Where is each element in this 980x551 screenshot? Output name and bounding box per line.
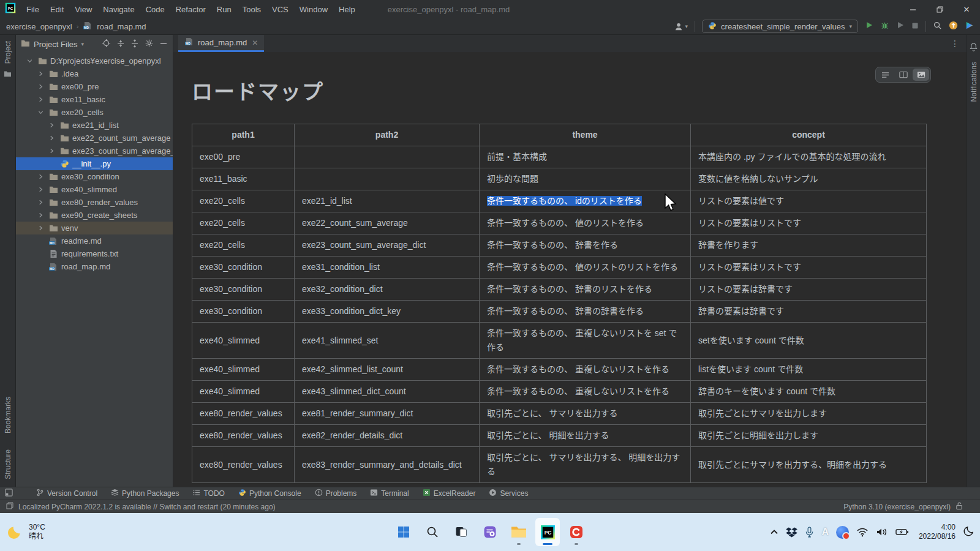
- update-available-icon[interactable]: [949, 21, 958, 32]
- menu-window[interactable]: Window: [294, 3, 333, 16]
- tool-window-version-control[interactable]: Version Control: [36, 489, 97, 498]
- chevron-right-icon[interactable]: [36, 70, 45, 77]
- cell-r3-c1[interactable]: exe22_count_sum_average: [295, 212, 480, 234]
- hide-icon[interactable]: [159, 39, 168, 50]
- cell-r13-c1[interactable]: exe83_render_summary_and_details_dict: [295, 447, 480, 483]
- project-stripe-icon[interactable]: [4, 69, 12, 80]
- tree-item-exe80-render-values[interactable]: exe80_render_values: [16, 196, 173, 209]
- tool-window-services[interactable]: Services: [489, 489, 528, 498]
- restore-button[interactable]: [926, 0, 953, 18]
- tree-item-idea[interactable]: .idea: [16, 67, 173, 80]
- cell-r3-c3[interactable]: リストの要素はリストです: [691, 212, 927, 234]
- taskbar-app-file-explorer[interactable]: [507, 518, 531, 546]
- cell-r12-c2[interactable]: 取引先ごとに、 明細を出力する: [480, 425, 691, 447]
- cell-r2-c3[interactable]: リストの要素は値です: [691, 190, 927, 212]
- tool-window-terminal[interactable]: Terminal: [370, 489, 409, 498]
- settings-icon[interactable]: [145, 39, 154, 50]
- cell-r0-c0[interactable]: exe00_pre: [192, 146, 295, 168]
- menu-help[interactable]: Help: [333, 3, 361, 16]
- tool-window-switcher-icon[interactable]: [5, 489, 13, 498]
- user-dropdown[interactable]: ▾: [674, 22, 688, 31]
- chevron-right-icon[interactable]: [36, 225, 45, 231]
- cell-r3-c2[interactable]: 条件一致するものの、 値のリストを作る: [480, 212, 691, 234]
- cell-r4-c1[interactable]: exe23_count_sum_average_dict: [295, 234, 480, 257]
- taskbar-app-windows-start[interactable]: [391, 518, 416, 546]
- cell-r1-c3[interactable]: 変数に値を格納しないサンプル: [691, 168, 927, 190]
- chevron-down-icon[interactable]: [36, 109, 45, 116]
- microphone-icon[interactable]: [805, 527, 814, 538]
- notifications-bell-icon[interactable]: [969, 42, 978, 54]
- cell-r9-c3[interactable]: listを使います count で件数: [691, 359, 927, 381]
- menu-run[interactable]: Run: [211, 3, 237, 16]
- cell-r2-c2[interactable]: 条件一致するものの、 idのリストを作る: [480, 190, 691, 212]
- chevron-right-icon[interactable]: [36, 173, 45, 180]
- menu-navigate[interactable]: Navigate: [97, 3, 140, 16]
- cell-r0-c3[interactable]: 本講座内の .py ファイルでの基本的な処理の流れ: [691, 146, 927, 168]
- tree-item-exe90-create-sheets[interactable]: exe90_create_sheets: [16, 209, 173, 222]
- cell-r1-c0[interactable]: exe11_basic: [192, 168, 295, 190]
- tool-window-excelreader[interactable]: ExcelReader: [423, 489, 476, 498]
- markdown-preview[interactable]: ロードマップ path1path2themeconcept exe00_pre前…: [173, 52, 967, 487]
- tree-item-exe00-pre[interactable]: exe00_pre: [16, 80, 173, 93]
- editor-only-toggle[interactable]: [877, 69, 894, 81]
- close-button[interactable]: ✕: [953, 0, 980, 18]
- tree-item-exe11-basic[interactable]: exe11_basic: [16, 93, 173, 106]
- tool-stripe-structure[interactable]: Structure: [4, 449, 12, 479]
- cell-r8-c2[interactable]: 条件一致するものの、 重複しないリストを set で作る: [480, 323, 691, 359]
- run-with-coverage-button[interactable]: [896, 21, 905, 32]
- cell-r13-c3[interactable]: 取引先ごとにサマリを出力する、明細を出力する: [691, 447, 927, 483]
- cell-r12-c1[interactable]: exe82_render_details_dict: [295, 425, 480, 447]
- interpreter-widget[interactable]: Python 3.10 (exercise_openpyxl): [843, 503, 951, 511]
- tree-item-exe30-condition[interactable]: exe30_condition: [16, 170, 173, 183]
- cell-r10-c0[interactable]: exe40_slimmed: [192, 381, 295, 403]
- chevron-right-icon[interactable]: [47, 148, 56, 154]
- cell-r5-c1[interactable]: exe31_condition_list: [295, 257, 480, 279]
- cell-r6-c2[interactable]: 条件一致するものの、 辞書のリストを作る: [480, 279, 691, 301]
- taskbar-app-clipchamp[interactable]: [564, 518, 589, 546]
- cell-r6-c3[interactable]: リストの要素は辞書です: [691, 279, 927, 301]
- cell-r12-c3[interactable]: 取引先ごとに明細を出力します: [691, 425, 927, 447]
- volume-icon[interactable]: [876, 527, 888, 537]
- cell-r4-c0[interactable]: exe20_cells: [192, 234, 295, 257]
- menu-tools[interactable]: Tools: [237, 3, 266, 16]
- tree-item-exe20-cells[interactable]: exe20_cells: [16, 106, 173, 119]
- debug-button[interactable]: [880, 21, 889, 32]
- tree-item-requirements-txt[interactable]: requirements.txt: [16, 247, 173, 260]
- cell-r4-c2[interactable]: 条件一致するものの、 辞書を作る: [480, 234, 691, 257]
- cell-r8-c1[interactable]: exe41_slimmed_set: [295, 323, 480, 359]
- menu-edit[interactable]: Edit: [45, 3, 69, 16]
- chevron-down-icon[interactable]: ▾: [81, 41, 85, 47]
- project-view-select[interactable]: Project Files: [34, 40, 78, 49]
- unlock-icon[interactable]: [956, 502, 963, 512]
- cell-r7-c2[interactable]: 条件一致するものの、 辞書の辞書を作る: [480, 301, 691, 323]
- menu-view[interactable]: View: [69, 3, 97, 16]
- cell-r2-c1[interactable]: exe21_id_list: [295, 190, 480, 212]
- cell-r7-c0[interactable]: exe30_condition: [192, 301, 295, 323]
- tab-options-icon[interactable]: ⋮: [943, 35, 967, 52]
- cell-r7-c3[interactable]: 辞書の要素は辞書です: [691, 301, 927, 323]
- collapse-all-icon[interactable]: [130, 39, 139, 50]
- cell-r6-c1[interactable]: exe32_condition_dict: [295, 279, 480, 301]
- menu-vcs[interactable]: VCS: [266, 3, 294, 16]
- tree-item-readme-md[interactable]: MDreadme.md: [16, 234, 173, 247]
- tree-item-exe40-slimmed[interactable]: exe40_slimmed: [16, 183, 173, 196]
- search-everywhere-icon[interactable]: [933, 21, 942, 32]
- status-message[interactable]: Localized PyCharm 2022.1.2 is available …: [18, 503, 276, 511]
- menu-file[interactable]: File: [21, 3, 45, 16]
- battery-icon[interactable]: [895, 528, 909, 536]
- breadcrumb-project[interactable]: exercise_openpyxl: [6, 22, 72, 31]
- tree-item-d-projects-exercise-openpyxl[interactable]: D:¥projects¥exercise_openpyxl: [16, 54, 173, 67]
- weather-widget[interactable]: 30°C 晴れ: [7, 522, 45, 542]
- cell-r0-c2[interactable]: 前提・基本構成: [480, 146, 691, 168]
- tool-window-python-packages[interactable]: Python Packages: [111, 489, 179, 498]
- locate-icon[interactable]: [102, 39, 111, 50]
- cell-r10-c3[interactable]: 辞書のキーを使います count で件数: [691, 381, 927, 403]
- stop-button[interactable]: [911, 21, 919, 32]
- wifi-icon[interactable]: [856, 527, 869, 537]
- night-light-icon[interactable]: [963, 525, 975, 539]
- cell-r11-c2[interactable]: 取引先ごとに、 サマリを出力する: [480, 403, 691, 425]
- tree-item-init-py[interactable]: __init__.py: [16, 157, 173, 170]
- cell-r12-c0[interactable]: exe80_render_values: [192, 425, 295, 447]
- chevron-right-icon[interactable]: [36, 199, 45, 206]
- cell-r5-c3[interactable]: リストの要素はリストです: [691, 257, 927, 279]
